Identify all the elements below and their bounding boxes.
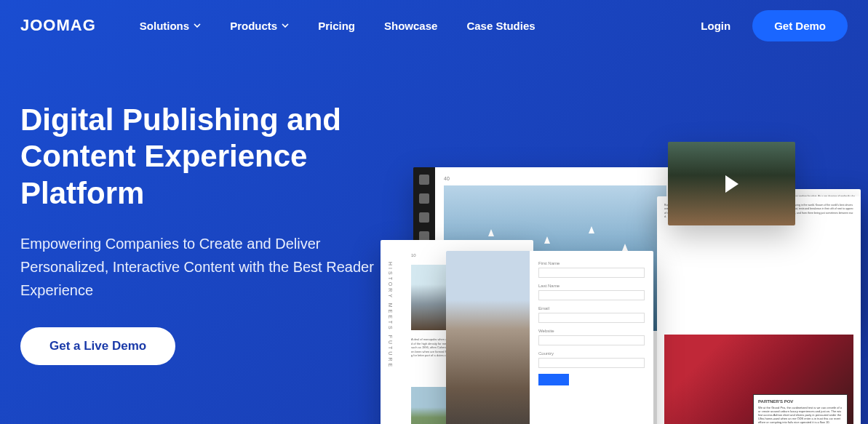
field-label: Country — [538, 351, 645, 356]
nav-pricing[interactable]: Pricing — [318, 20, 355, 32]
live-demo-button[interactable]: Get a Live Demo — [20, 327, 175, 365]
text-input — [538, 313, 645, 323]
play-icon — [725, 175, 738, 193]
nav-label: Showcase — [384, 20, 437, 32]
field-label: Last Name — [538, 284, 645, 288]
mockup-form-card: First Name Last Name Email Website Count… — [446, 251, 653, 424]
form-hero-image — [446, 251, 530, 424]
racecar-image: PARTNER'S POV We at the Grand Prix, the … — [664, 335, 853, 424]
mockup-video-thumbnail — [668, 142, 795, 225]
hero-subtitle: Empowering Companies to Create and Deliv… — [20, 232, 391, 302]
tool-icon — [419, 175, 429, 185]
text-input — [538, 290, 645, 300]
brand-logo[interactable]: JOOMAG — [20, 16, 96, 35]
hero-content: Digital Publishing and Content Experienc… — [20, 102, 391, 365]
nav-label: Solutions — [140, 20, 189, 32]
get-demo-button[interactable]: Get Demo — [752, 10, 848, 41]
tool-icon — [419, 212, 429, 223]
form-fields-panel: First Name Last Name Email Website Count… — [530, 251, 653, 424]
filler-text: We at the Grand Prix, the cardinetized t… — [758, 406, 843, 424]
field-label: Email — [538, 306, 645, 311]
nav-case-studies[interactable]: Case Studies — [466, 20, 535, 32]
text-input — [538, 268, 645, 278]
page-number: 40 — [444, 176, 666, 181]
text-input — [538, 358, 645, 368]
nav-right: Login Get Demo — [701, 10, 848, 41]
submit-button — [538, 374, 569, 385]
text-input — [538, 335, 645, 345]
tool-icon — [419, 193, 429, 204]
nav-products[interactable]: Products — [230, 20, 289, 32]
chevron-down-icon — [282, 22, 289, 29]
hero-title: Digital Publishing and Content Experienc… — [20, 102, 391, 212]
nav-showcase[interactable]: Showcase — [384, 20, 437, 32]
nav-label: Products — [230, 20, 277, 32]
hero-section: Digital Publishing and Content Experienc… — [0, 51, 868, 365]
field-label: First Name — [538, 261, 645, 265]
nav-solutions[interactable]: Solutions — [140, 20, 201, 32]
chevron-down-icon — [194, 22, 201, 29]
field-label: Website — [538, 329, 645, 333]
partner-pov-box: PARTNER'S POV We at the Grand Prix, the … — [753, 394, 848, 424]
login-link[interactable]: Login — [701, 20, 730, 32]
pov-title: PARTNER'S POV — [758, 399, 843, 404]
brand-text: JOOMAG — [20, 16, 96, 35]
nav-label: Case Studies — [466, 20, 535, 32]
hero-mockups: 40 es as they prefore for plain. As a am… — [388, 95, 868, 424]
navbar: JOOMAG Solutions Products Pricing Showca… — [0, 0, 868, 51]
nav-links: Solutions Products Pricing Showcase Case… — [140, 20, 701, 32]
nav-label: Pricing — [318, 20, 355, 32]
mockup-travel-magazine: Rum-rum are oderonly und. They're pretty… — [657, 196, 861, 424]
